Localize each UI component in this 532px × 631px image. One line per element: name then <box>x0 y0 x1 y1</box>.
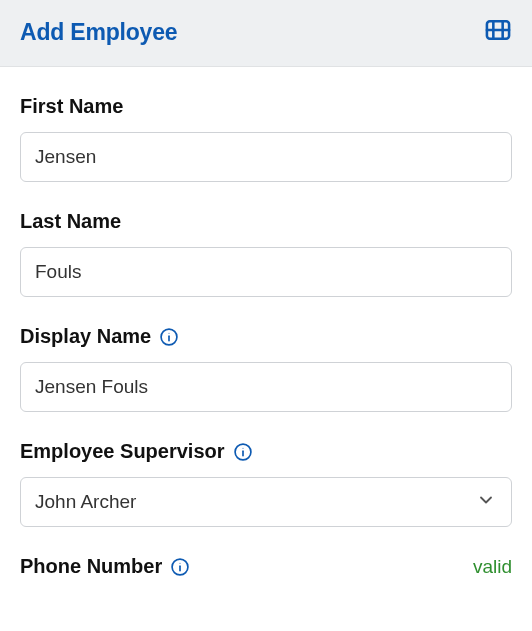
field-supervisor: Employee Supervisor <box>20 440 512 527</box>
supervisor-select-wrap <box>20 477 512 527</box>
phone-status: valid <box>473 556 512 578</box>
svg-point-9 <box>242 447 243 448</box>
phone-label: Phone Number <box>20 555 162 578</box>
display-name-input[interactable] <box>20 362 512 412</box>
field-display-name: Display Name <box>20 325 512 412</box>
info-icon[interactable] <box>170 557 190 577</box>
info-icon[interactable] <box>233 442 253 462</box>
field-label-row: Display Name <box>20 325 512 348</box>
field-label-row: First Name <box>20 95 512 118</box>
first-name-label: First Name <box>20 95 123 118</box>
field-label-row: Employee Supervisor <box>20 440 512 463</box>
field-label-row: Phone Number valid <box>20 555 512 578</box>
supervisor-label: Employee Supervisor <box>20 440 225 463</box>
svg-point-12 <box>180 562 181 563</box>
info-icon[interactable] <box>159 327 179 347</box>
page-header: Add Employee <box>0 0 532 67</box>
last-name-label: Last Name <box>20 210 121 233</box>
field-label-row: Last Name <box>20 210 512 233</box>
first-name-input[interactable] <box>20 132 512 182</box>
svg-point-6 <box>169 332 170 333</box>
video-icon[interactable] <box>484 16 512 48</box>
supervisor-select[interactable] <box>20 477 512 527</box>
last-name-input[interactable] <box>20 247 512 297</box>
field-first-name: First Name <box>20 95 512 182</box>
display-name-label: Display Name <box>20 325 151 348</box>
page-title: Add Employee <box>20 19 177 46</box>
field-phone: Phone Number valid <box>20 555 512 578</box>
form-area: First Name Last Name Display Name Employ… <box>0 67 532 578</box>
field-last-name: Last Name <box>20 210 512 297</box>
